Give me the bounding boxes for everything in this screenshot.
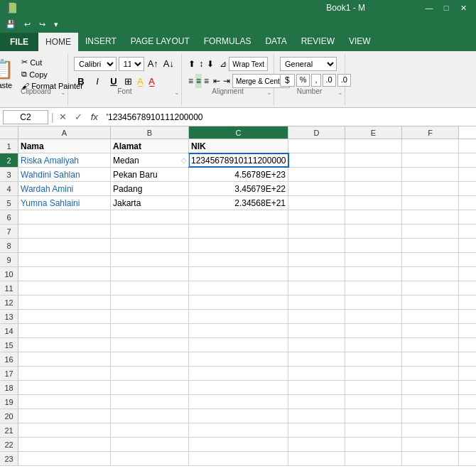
indent-increase-btn[interactable]: ⇥ [222, 74, 231, 88]
cell-b8[interactable] [111, 239, 189, 252]
cell-d4[interactable] [288, 182, 345, 195]
cell-f19[interactable] [402, 395, 459, 409]
cell-b14[interactable] [111, 324, 189, 337]
cell-c2[interactable]: 12345678910111200000 [189, 153, 288, 167]
row-num-2[interactable]: 2 [0, 153, 18, 167]
cell-c5[interactable]: 2.34568E+21 [189, 196, 288, 210]
border-button[interactable]: ⊞ [123, 76, 134, 87]
cell-a6[interactable] [18, 210, 111, 224]
maximize-button[interactable]: □ [439, 4, 453, 13]
cell-e10[interactable] [345, 267, 402, 281]
cell-b5[interactable]: Jakarta [111, 196, 189, 210]
cell-e7[interactable] [345, 225, 402, 238]
underline-button[interactable]: U [107, 74, 121, 88]
cell-a17[interactable] [18, 367, 111, 380]
cell-d12[interactable] [288, 296, 345, 309]
cell-b22[interactable] [111, 438, 189, 451]
formula-input[interactable] [104, 110, 473, 124]
row-num-3[interactable]: 3 [0, 168, 18, 181]
cell-b3[interactable]: Pekan Baru [111, 168, 189, 181]
cell-d5[interactable] [288, 196, 345, 210]
tab-file[interactable]: FILE [0, 33, 38, 51]
cell-d2[interactable] [288, 153, 345, 167]
col-header-f[interactable]: F [402, 126, 459, 139]
cell-e13[interactable] [345, 310, 402, 323]
comma-button[interactable]: , [311, 74, 320, 87]
row-num-17[interactable]: 17 [0, 367, 18, 380]
row-num-9[interactable]: 9 [0, 253, 18, 266]
cell-f20[interactable] [402, 409, 459, 423]
cell-f14[interactable] [402, 324, 459, 337]
formula-confirm-button[interactable]: ✓ [72, 112, 85, 122]
cell-e15[interactable] [345, 338, 402, 352]
cell-b9[interactable] [111, 253, 189, 266]
align-left-btn[interactable]: ≡ [188, 74, 194, 88]
cell-a8[interactable] [18, 239, 111, 252]
cell-a12[interactable] [18, 296, 111, 309]
cell-b20[interactable] [111, 409, 189, 423]
cell-b13[interactable] [111, 310, 189, 323]
col-header-b[interactable]: B [111, 126, 189, 139]
cell-e21[interactable] [345, 423, 402, 437]
col-header-d[interactable]: D [288, 126, 345, 139]
cell-a15[interactable] [18, 338, 111, 352]
cell-d22[interactable] [288, 438, 345, 451]
close-button[interactable]: ✕ [456, 4, 470, 13]
font-size-select[interactable]: 11 [119, 57, 144, 71]
cell-f15[interactable] [402, 338, 459, 352]
cell-d16[interactable] [288, 352, 345, 366]
cell-e6[interactable] [345, 210, 402, 224]
cell-c4[interactable]: 3.45679E+22 [189, 182, 288, 195]
cell-b21[interactable] [111, 423, 189, 437]
cell-b6[interactable] [111, 210, 189, 224]
cell-e12[interactable] [345, 296, 402, 309]
tab-page-layout[interactable]: PAGE LAYOUT [124, 33, 197, 51]
tab-home[interactable]: HOME [38, 33, 78, 51]
insert-function-button[interactable]: fx [88, 112, 101, 122]
align-right-btn[interactable]: ≡ [203, 74, 210, 88]
bold-button[interactable]: B [74, 74, 88, 88]
cell-c21[interactable] [189, 423, 288, 437]
cell-b1[interactable]: Alamat [111, 139, 189, 153]
cell-d20[interactable] [288, 409, 345, 423]
cell-b18[interactable] [111, 381, 189, 394]
cell-e22[interactable] [345, 438, 402, 451]
col-header-c[interactable]: C [189, 126, 288, 139]
row-num-10[interactable]: 10 [0, 267, 18, 281]
cell-d6[interactable] [288, 210, 345, 224]
cell-e9[interactable] [345, 253, 402, 266]
row-num-18[interactable]: 18 [0, 381, 18, 394]
font-expand-arrow[interactable]: ⌄ [174, 89, 180, 96]
row-num-1[interactable]: 1 [0, 139, 18, 153]
cell-b15[interactable] [111, 338, 189, 352]
cell-a16[interactable] [18, 352, 111, 366]
percent-button[interactable]: % [296, 74, 310, 87]
cell-b16[interactable] [111, 352, 189, 366]
cell-c18[interactable] [189, 381, 288, 394]
row-num-19[interactable]: 19 [0, 395, 18, 409]
cell-c23[interactable] [189, 452, 288, 465]
cell-e16[interactable] [345, 352, 402, 366]
cell-e23[interactable] [345, 452, 402, 465]
cell-a22[interactable] [18, 438, 111, 451]
cell-c20[interactable] [189, 409, 288, 423]
cell-f22[interactable] [402, 438, 459, 451]
cell-a10[interactable] [18, 267, 111, 281]
row-num-23[interactable]: 23 [0, 452, 18, 465]
cell-c8[interactable] [189, 239, 288, 252]
cell-b12[interactable] [111, 296, 189, 309]
cell-c22[interactable] [189, 438, 288, 451]
cell-c16[interactable] [189, 352, 288, 366]
cell-e14[interactable] [345, 324, 402, 337]
cell-d21[interactable] [288, 423, 345, 437]
cell-c17[interactable] [189, 367, 288, 380]
cell-d15[interactable] [288, 338, 345, 352]
cell-b23[interactable] [111, 452, 189, 465]
formula-cancel-button[interactable]: ✕ [57, 112, 70, 122]
cell-f6[interactable] [402, 210, 459, 224]
cell-d23[interactable] [288, 452, 345, 465]
row-num-13[interactable]: 13 [0, 310, 18, 323]
cell-e4[interactable] [345, 182, 402, 195]
cell-f5[interactable] [402, 196, 459, 210]
cell-e2[interactable] [345, 153, 402, 167]
